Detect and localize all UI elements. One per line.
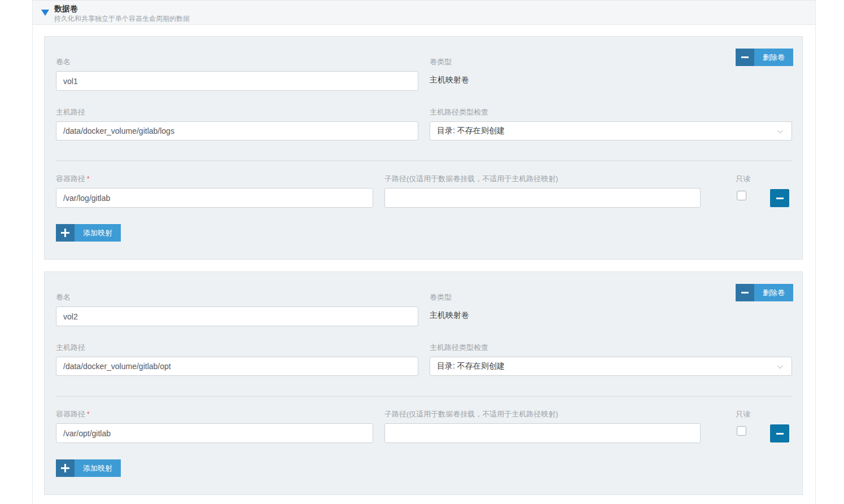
- host-path-input[interactable]: [56, 357, 418, 376]
- volume-type-value: 主机映射卷: [430, 310, 469, 321]
- host-path-label: 主机路径: [56, 107, 85, 117]
- minus-icon: [736, 284, 754, 301]
- volumes-section-panel: 数据卷 持久化和共享独立于单个容器生命周期的数据 卷名 卷类型 主机映射卷 删除…: [32, 0, 816, 504]
- chevron-down-icon: [776, 362, 785, 371]
- add-mapping-button[interactable]: 添加映射: [56, 459, 121, 477]
- delete-volume-label: 删除卷: [754, 49, 793, 66]
- remove-mapping-button[interactable]: [770, 424, 789, 442]
- volume-card: 卷名 卷类型 主机映射卷 删除卷 主机路径 主机路径类型检查 目录: 不存在则创…: [44, 36, 803, 260]
- host-path-check-select[interactable]: 目录: 不存在则创建: [430, 121, 792, 141]
- volume-type-value: 主机映射卷: [430, 75, 469, 85]
- host-path-label: 主机路径: [56, 343, 85, 353]
- volume-card: 卷名 卷类型 主机映射卷 删除卷 主机路径 主机路径类型检查 目录: 不存在则创…: [44, 271, 803, 495]
- volume-name-input[interactable]: [56, 71, 418, 91]
- container-path-label: 容器路径*: [56, 409, 90, 419]
- minus-icon: [776, 433, 784, 435]
- read-only-checkbox[interactable]: [737, 426, 746, 436]
- host-path-check-value: 目录: 不存在则创建: [437, 361, 505, 371]
- volume-type-label: 卷类型: [430, 57, 452, 67]
- card-divider: [56, 396, 792, 397]
- host-path-check-label: 主机路径类型检查: [430, 343, 488, 353]
- minus-icon: [736, 49, 754, 66]
- required-asterisk: *: [87, 410, 90, 418]
- sub-path-input[interactable]: [384, 188, 701, 208]
- volume-name-label: 卷名: [56, 292, 71, 303]
- host-path-input[interactable]: [56, 121, 418, 141]
- sub-path-label: 子路径(仅适用于数据卷挂载，不适用于主机路径映射): [384, 409, 558, 419]
- remove-mapping-button[interactable]: [770, 189, 789, 207]
- plus-icon: [56, 224, 75, 242]
- add-mapping-button[interactable]: 添加映射: [56, 224, 121, 242]
- read-only-checkbox[interactable]: [737, 191, 746, 200]
- container-path-label: 容器路径*: [56, 174, 90, 184]
- minus-icon: [776, 198, 784, 199]
- collapse-triangle-icon[interactable]: [41, 10, 49, 16]
- delete-volume-label: 删除卷: [754, 284, 793, 301]
- add-mapping-label: 添加映射: [75, 459, 121, 477]
- host-path-check-value: 目录: 不存在则创建: [437, 126, 505, 136]
- section-title: 数据卷: [54, 4, 78, 14]
- plus-icon: [56, 459, 75, 477]
- delete-volume-button[interactable]: 删除卷: [736, 49, 793, 66]
- volume-name-label: 卷名: [56, 57, 71, 67]
- host-path-check-select[interactable]: 目录: 不存在则创建: [430, 357, 792, 376]
- container-path-input[interactable]: [56, 423, 373, 443]
- card-divider: [56, 160, 792, 161]
- container-path-input[interactable]: [56, 188, 373, 208]
- volume-name-input[interactable]: [56, 306, 418, 326]
- sub-path-label: 子路径(仅适用于数据卷挂载，不适用于主机路径映射): [384, 174, 558, 184]
- volume-type-label: 卷类型: [430, 292, 452, 303]
- delete-volume-button[interactable]: 删除卷: [736, 284, 793, 301]
- section-header: 数据卷 持久化和共享独立于单个容器生命周期的数据: [33, 0, 815, 25]
- chevron-down-icon: [776, 127, 785, 136]
- required-asterisk: *: [87, 175, 90, 183]
- read-only-label: 只读: [736, 174, 750, 184]
- section-subtitle: 持久化和共享独立于单个容器生命周期的数据: [54, 14, 190, 24]
- read-only-label: 只读: [736, 409, 750, 419]
- host-path-check-label: 主机路径类型检查: [430, 107, 488, 117]
- sub-path-input[interactable]: [384, 423, 701, 443]
- add-mapping-label: 添加映射: [75, 224, 121, 242]
